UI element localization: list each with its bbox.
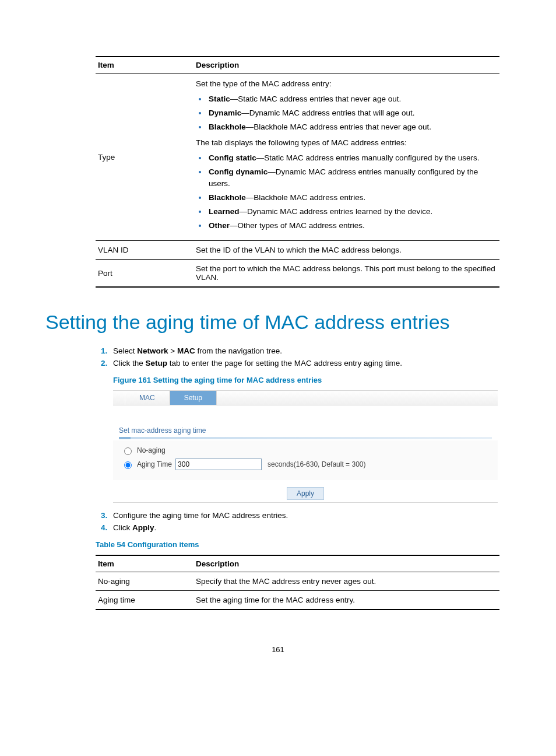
steps-list: Select Network > MAC from the navigation… xyxy=(96,346,511,368)
table2-header-description: Description xyxy=(193,555,499,572)
caption-underline xyxy=(119,437,492,439)
tab-setup[interactable]: Setup xyxy=(170,391,217,405)
page-number: 161 xyxy=(45,645,511,654)
row-agingtime-desc: Set the aging time for the MAC address e… xyxy=(193,590,499,610)
aging-time-hint: seconds(16-630, Default = 300) xyxy=(268,460,365,468)
apply-button[interactable]: Apply xyxy=(287,487,324,500)
step-2: Click the Setup tab to enter the page fo… xyxy=(110,359,511,368)
no-aging-label: No-aging xyxy=(137,446,166,454)
row-type-desc: Set the type of the MAC address entry: S… xyxy=(193,74,499,241)
aging-time-row: Aging Time seconds(16-630, Default = 300… xyxy=(121,457,490,472)
row-vlan-item: VLAN ID xyxy=(96,241,193,260)
config-items-table: Item Description No-aging Specify that t… xyxy=(96,555,499,610)
row-noaging-desc: Specify that the MAC address entry never… xyxy=(193,572,499,590)
row-vlan-desc: Set the ID of the VLAN to which the MAC … xyxy=(193,241,499,260)
aging-time-input[interactable] xyxy=(175,459,262,470)
table-row: Aging time Set the aging time for the MA… xyxy=(96,590,499,610)
aging-time-label: Aging Time xyxy=(137,460,172,468)
row-agingtime-item: Aging time xyxy=(96,590,193,610)
mac-type-table: Item Description Type Set the type of th… xyxy=(96,56,499,288)
table-row: VLAN ID Set the ID of the VLAN to which … xyxy=(96,241,499,260)
screenshot-figure: MAC Setup Set mac-address aging time No-… xyxy=(113,390,498,503)
tabs: MAC Setup xyxy=(113,391,498,405)
table-label: Table 54 Configuration items xyxy=(96,540,511,549)
table-header-description: Description xyxy=(193,57,499,74)
type-list1: Static—Static MAC address entries that n… xyxy=(196,93,497,134)
steps-list-cont: Configure the aging time for MAC address… xyxy=(96,511,511,532)
step-1: Select Network > MAC from the navigation… xyxy=(110,346,511,355)
row-port-desc: Set the port to which the MAC address be… xyxy=(193,260,499,288)
row-port-item: Port xyxy=(96,260,193,288)
table2-header-item: Item xyxy=(96,555,193,572)
aging-time-radio[interactable] xyxy=(124,461,132,469)
screenshot-section-caption: Set mac-address aging time xyxy=(113,416,498,437)
figure-label: Figure 161 Setting the aging time for MA… xyxy=(113,376,511,384)
step-3: Configure the aging time for MAC address… xyxy=(110,511,511,520)
type-list2: Config static—Static MAC address entries… xyxy=(196,152,497,233)
step-4: Click Apply. xyxy=(110,523,511,532)
table-row: Type Set the type of the MAC address ent… xyxy=(96,74,499,241)
section-title: Setting the aging time of MAC address en… xyxy=(45,311,511,334)
no-aging-row: No-aging xyxy=(121,444,490,457)
row-noaging-item: No-aging xyxy=(96,572,193,590)
type-intro2: The tab displays the following types of … xyxy=(196,137,497,149)
no-aging-radio[interactable] xyxy=(124,447,132,455)
row-type-item: Type xyxy=(96,74,193,241)
table-row: Port Set the port to which the MAC addre… xyxy=(96,260,499,288)
form-area: No-aging Aging Time seconds(16-630, Defa… xyxy=(113,440,498,480)
type-intro1: Set the type of the MAC address entry: xyxy=(196,78,497,90)
table-row: No-aging Specify that the MAC address en… xyxy=(96,572,499,590)
tab-mac[interactable]: MAC xyxy=(125,391,170,405)
table-header-item: Item xyxy=(96,57,193,74)
